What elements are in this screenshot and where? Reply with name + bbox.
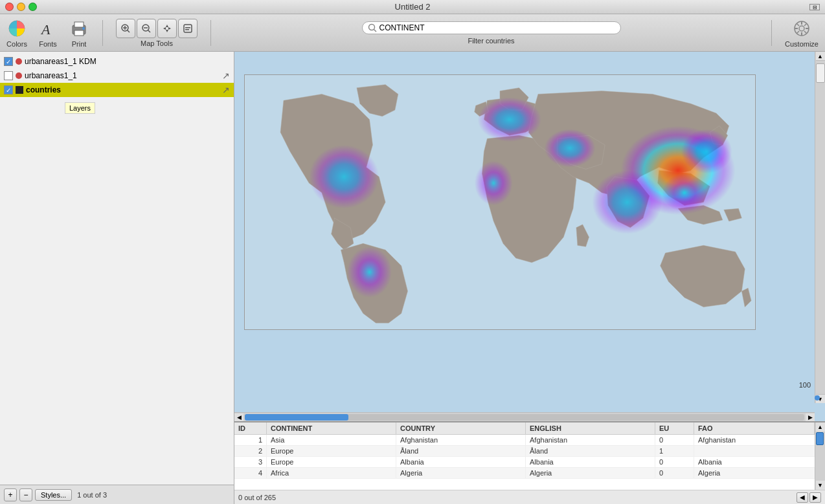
cell-continent: Europe bbox=[267, 457, 396, 467]
fonts-tool[interactable]: A Fonts bbox=[38, 18, 58, 48]
table-nav-prev[interactable]: ◀ bbox=[797, 492, 808, 503]
cell-fao: Afghanistan bbox=[694, 435, 825, 445]
heatspot-south-america bbox=[347, 247, 392, 298]
table-row[interactable]: 3 Europe Albania Albania 0 Albania bbox=[234, 457, 825, 468]
cell-eu: 0 bbox=[655, 468, 694, 478]
cell-country: Albania bbox=[396, 457, 526, 467]
print-tool[interactable]: Print bbox=[69, 18, 89, 48]
cell-id: 4 bbox=[234, 468, 267, 478]
minimize-button[interactable] bbox=[17, 3, 25, 11]
svg-line-29 bbox=[804, 31, 807, 34]
scroll-left-arrow[interactable]: ◀ bbox=[234, 413, 243, 421]
cell-fao: Algeria bbox=[694, 468, 825, 478]
col-header-english[interactable]: ENGLISH bbox=[526, 422, 655, 434]
colors-label: Colors bbox=[6, 40, 27, 48]
scroll-position-dot bbox=[815, 395, 820, 400]
zoom-indicator: 100 bbox=[799, 381, 811, 389]
filter-input[interactable] bbox=[379, 23, 615, 32]
map-tools-buttons bbox=[116, 19, 198, 38]
cell-continent: Africa bbox=[267, 468, 396, 478]
print-label: Print bbox=[72, 40, 87, 48]
svg-rect-3 bbox=[74, 22, 84, 27]
zoom-in-button[interactable] bbox=[116, 19, 135, 38]
cell-country: Algeria bbox=[396, 468, 526, 478]
cell-continent: Europe bbox=[267, 446, 396, 456]
layer-checkbox-1[interactable]: ✓ bbox=[4, 57, 13, 66]
svg-point-5 bbox=[82, 27, 85, 30]
table-row[interactable]: 2 Europe Åland Åland 1 bbox=[234, 446, 825, 457]
col-header-fao[interactable]: FAO bbox=[694, 422, 815, 434]
layer-list: ✓ urbanareas1_1 KDM urbanareas1_1 ↗ ✓ co… bbox=[0, 52, 234, 100]
map-table-area: ▲ ▼ 100 ◀ ▶ bbox=[234, 52, 825, 504]
info-button[interactable] bbox=[178, 19, 198, 38]
heatspot-se-asia bbox=[662, 173, 707, 212]
row-count: 0 out of 265 bbox=[238, 494, 276, 501]
layer-color-1 bbox=[16, 58, 22, 65]
sidebar-wrapper: ✓ urbanareas1_1 KDM urbanareas1_1 ↗ ✓ co… bbox=[0, 52, 234, 504]
hscroll-track bbox=[245, 414, 804, 421]
svg-rect-17 bbox=[184, 25, 192, 32]
remove-layer-button[interactable]: − bbox=[19, 488, 32, 501]
layer-name-2: urbanareas1_1 bbox=[25, 71, 220, 80]
add-layer-button[interactable]: + bbox=[4, 488, 17, 501]
scroll-right-arrow[interactable]: ▶ bbox=[806, 413, 815, 421]
separator-1 bbox=[102, 20, 103, 46]
zoom-out-button[interactable] bbox=[137, 19, 156, 38]
layer-checkbox-2[interactable] bbox=[4, 71, 13, 80]
world-map[interactable] bbox=[244, 74, 756, 330]
heatspot-east-asia bbox=[681, 129, 732, 174]
col-header-eu[interactable]: EU bbox=[655, 422, 694, 434]
pan-button[interactable] bbox=[157, 19, 177, 38]
svg-marker-15 bbox=[163, 27, 166, 30]
table-nav-next[interactable]: ▶ bbox=[809, 492, 821, 503]
external-link-icon-2: ↗ bbox=[222, 71, 230, 81]
separator-3 bbox=[771, 20, 772, 46]
resize-icon[interactable]: ⊟ bbox=[809, 4, 820, 10]
table-body[interactable]: 1 Asia Afghanistan Afghanistan 0 Afghani… bbox=[234, 435, 825, 490]
map-viewport[interactable]: ▲ ▼ 100 ◀ ▶ bbox=[234, 52, 825, 421]
scroll-up-arrow[interactable]: ▲ bbox=[816, 52, 825, 61]
hscroll-thumb[interactable] bbox=[245, 414, 348, 421]
cell-country: Åland bbox=[396, 446, 526, 456]
colors-tool[interactable]: Colors bbox=[6, 18, 27, 48]
vertical-scrollbar[interactable]: ▲ ▼ bbox=[815, 52, 825, 403]
sidebar: ✓ urbanareas1_1 KDM urbanareas1_1 ↗ ✓ co… bbox=[0, 52, 234, 485]
layer-checkbox-3[interactable]: ✓ bbox=[4, 85, 13, 94]
layer-color-3 bbox=[16, 86, 23, 94]
col-header-id[interactable]: ID bbox=[234, 422, 267, 434]
layer-item-urbanareas[interactable]: urbanareas1_1 ↗ bbox=[0, 69, 234, 83]
svg-rect-4 bbox=[74, 30, 84, 36]
table-scrollbar[interactable]: ▲ ▼ bbox=[815, 422, 825, 490]
table-scroll-down[interactable]: ▼ bbox=[816, 481, 825, 490]
table-scroll-thumb[interactable] bbox=[816, 432, 824, 445]
filter-input-wrap[interactable] bbox=[362, 21, 621, 34]
customize-tool[interactable]: Customize bbox=[785, 18, 819, 48]
table-row[interactable]: 1 Asia Afghanistan Afghanistan 0 Afghani… bbox=[234, 435, 825, 446]
horizontal-scrollbar[interactable]: ◀ ▶ bbox=[234, 412, 815, 421]
layer-item-urbanareas-kdm[interactable]: ✓ urbanareas1_1 KDM bbox=[0, 54, 234, 69]
close-button[interactable] bbox=[5, 3, 14, 11]
svg-marker-16 bbox=[168, 27, 171, 30]
col-header-country[interactable]: COUNTRY bbox=[396, 422, 526, 434]
table-row[interactable]: 4 Africa Algeria Algeria 0 Algeria bbox=[234, 468, 825, 479]
cell-id: 1 bbox=[234, 435, 267, 445]
window-title: Untitled 2 bbox=[395, 2, 431, 12]
col-header-continent[interactable]: CONTINENT bbox=[267, 422, 396, 434]
cell-fao bbox=[694, 446, 825, 456]
main-area: ✓ urbanareas1_1 KDM urbanareas1_1 ↗ ✓ co… bbox=[0, 52, 825, 504]
maximize-button[interactable] bbox=[28, 3, 37, 11]
cell-id: 2 bbox=[234, 446, 267, 456]
svg-line-30 bbox=[804, 23, 807, 26]
heatspot-north-america bbox=[309, 145, 379, 208]
scroll-thumb[interactable] bbox=[816, 63, 825, 83]
table-scroll-track bbox=[815, 432, 825, 481]
svg-line-7 bbox=[128, 30, 130, 32]
styles-button[interactable]: Styles... bbox=[35, 489, 72, 501]
table-scroll-up[interactable]: ▲ bbox=[816, 422, 825, 432]
layer-item-countries[interactable]: ✓ countries ↗ bbox=[0, 83, 234, 97]
filter-section: Filter countries bbox=[224, 21, 758, 45]
svg-rect-19 bbox=[185, 29, 189, 30]
map-tools-group: Map Tools bbox=[116, 19, 198, 47]
svg-rect-18 bbox=[185, 27, 190, 28]
separator-2 bbox=[210, 20, 211, 46]
